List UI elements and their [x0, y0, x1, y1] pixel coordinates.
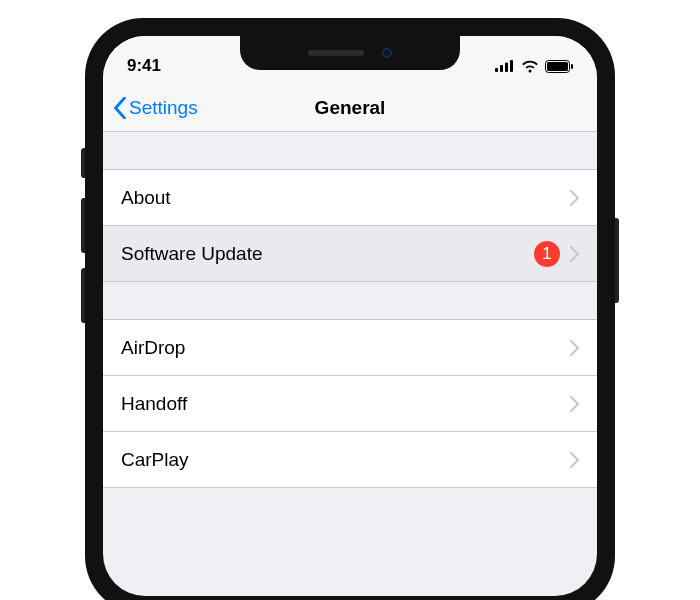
back-button[interactable]: Settings: [113, 97, 198, 119]
svg-rect-3: [510, 60, 513, 72]
back-label: Settings: [129, 97, 198, 119]
chevron-right-icon: [570, 452, 579, 468]
chevron-right-icon: [570, 340, 579, 356]
row-label: CarPlay: [121, 449, 570, 471]
row-label: Software Update: [121, 243, 534, 265]
row-handoff[interactable]: Handoff: [103, 376, 597, 432]
row-label: Handoff: [121, 393, 570, 415]
screen: 9:41 Sett: [103, 36, 597, 596]
wifi-icon: [521, 60, 539, 73]
settings-group-2: AirDrop Handoff CarPlay: [103, 320, 597, 488]
chevron-right-icon: [570, 190, 579, 206]
row-label: About: [121, 187, 570, 209]
settings-group-1: About Software Update 1: [103, 170, 597, 282]
section-separator: [103, 132, 597, 170]
cellular-signal-icon: [495, 60, 515, 72]
row-carplay[interactable]: CarPlay: [103, 432, 597, 488]
svg-rect-2: [505, 63, 508, 73]
chevron-right-icon: [570, 396, 579, 412]
device-frame: 9:41 Sett: [85, 18, 615, 600]
speaker-icon: [308, 50, 364, 56]
svg-rect-5: [547, 62, 568, 71]
front-camera-icon: [382, 48, 392, 58]
battery-icon: [545, 60, 573, 73]
svg-rect-1: [500, 65, 503, 72]
section-separator: [103, 282, 597, 320]
navigation-bar: Settings General: [103, 84, 597, 132]
row-software-update[interactable]: Software Update 1: [103, 226, 597, 282]
chevron-left-icon: [113, 97, 127, 119]
page-title: General: [315, 97, 386, 119]
status-time: 9:41: [127, 56, 207, 76]
row-about[interactable]: About: [103, 170, 597, 226]
chevron-right-icon: [570, 246, 579, 262]
notification-badge: 1: [534, 241, 560, 267]
svg-rect-0: [495, 68, 498, 72]
row-label: AirDrop: [121, 337, 570, 359]
svg-rect-6: [571, 64, 573, 69]
notch: [240, 36, 460, 70]
row-airdrop[interactable]: AirDrop: [103, 320, 597, 376]
